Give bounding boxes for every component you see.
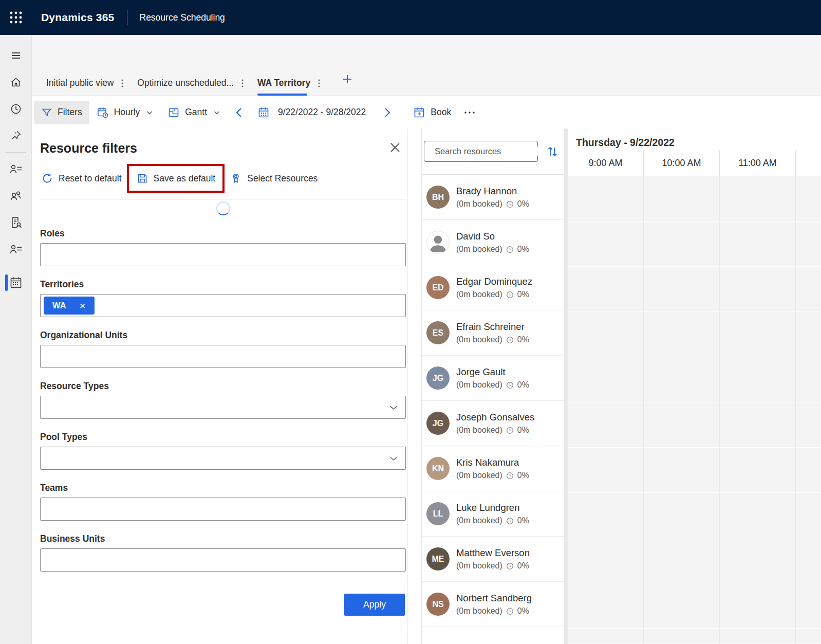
territory-chip[interactable]: WA × (44, 297, 95, 315)
business-units-input[interactable] (46, 549, 400, 571)
tab-wa-territory[interactable]: WA Territory (257, 78, 321, 96)
resource-row[interactable]: David So (0m booked) 0% (422, 220, 564, 265)
resource-row[interactable]: KN Kris Nakamura (0m booked) 0% (422, 446, 564, 491)
grid-cell[interactable] (720, 267, 796, 311)
grid-cell[interactable] (796, 583, 820, 628)
grid-cell[interactable] (720, 629, 796, 643)
grid-cell[interactable] (796, 222, 820, 266)
sidebar-item-booking-requirements[interactable] (0, 209, 31, 236)
sidebar-item-pinned[interactable] (0, 122, 31, 149)
grid-cell[interactable] (644, 583, 720, 628)
tab-initial-public-view[interactable]: Initial public view (46, 78, 124, 96)
resource-row[interactable]: BH Brady Hannon (0m booked) 0% (422, 175, 564, 220)
grid-cell[interactable] (568, 267, 644, 311)
grid-cell[interactable] (568, 176, 644, 221)
grid-cell[interactable] (568, 538, 644, 583)
grid-cell[interactable] (796, 312, 820, 357)
grid-cell[interactable] (644, 357, 720, 402)
grid-cell[interactable] (796, 629, 820, 643)
resource-search-box[interactable] (424, 141, 538, 162)
grid-cell[interactable] (720, 583, 796, 628)
more-commands-button[interactable] (458, 101, 481, 124)
gantt-dropdown[interactable]: Gantt (160, 101, 228, 124)
resource-search-input[interactable] (435, 146, 548, 156)
date-range-button[interactable]: 9/22/2022 - 9/28/2022 (250, 101, 376, 124)
grid-cell[interactable] (568, 583, 644, 628)
app-launcher-icon[interactable] (0, 11, 32, 24)
grid-cell[interactable] (720, 538, 796, 583)
grid-cell[interactable] (644, 176, 720, 221)
schedule-grid[interactable] (568, 176, 821, 644)
grid-cell[interactable] (644, 312, 720, 357)
tab-more-icon[interactable] (121, 78, 124, 88)
grid-cell[interactable] (720, 222, 796, 266)
resource-row[interactable]: LL Luke Lundgren (0m booked) 0% (422, 491, 564, 537)
grid-cell[interactable] (568, 357, 644, 402)
grid-cell[interactable] (568, 222, 644, 266)
hourly-dropdown[interactable]: Hourly (89, 101, 161, 124)
previous-dates-button[interactable] (228, 101, 250, 124)
grid-cell[interactable] (720, 448, 796, 492)
filters-button[interactable]: Filters (34, 101, 89, 124)
grid-cell[interactable] (720, 357, 796, 402)
add-tab-button[interactable] (341, 73, 353, 87)
resource-row[interactable]: ED Edgar Dominquez (0m booked) 0% (422, 265, 564, 310)
grid-cell[interactable] (644, 538, 720, 583)
sort-resources-button[interactable] (546, 145, 558, 158)
grid-cell[interactable] (796, 493, 820, 538)
territories-input[interactable] (100, 295, 400, 317)
pool-types-select[interactable] (40, 447, 406, 470)
grid-cell[interactable] (568, 629, 644, 643)
remove-territory-button[interactable]: × (80, 300, 86, 311)
roles-input[interactable] (46, 244, 400, 266)
grid-cell[interactable] (796, 402, 820, 447)
grid-cell[interactable] (796, 357, 820, 402)
app-name[interactable]: Resource Scheduling (140, 12, 225, 23)
resource-row[interactable]: JG Jorge Gault (0m booked) 0% (422, 356, 564, 401)
grid-cell[interactable] (644, 222, 720, 266)
nav-toggle-button[interactable] (0, 42, 31, 69)
reset-to-default-button[interactable]: Reset to default (40, 169, 123, 188)
tab-more-icon[interactable] (318, 78, 321, 88)
tab-more-icon[interactable] (241, 78, 244, 88)
grid-cell[interactable] (796, 448, 820, 492)
select-resources-button[interactable]: Select Resources (229, 169, 319, 188)
brand-title[interactable]: Dynamics 365 (41, 11, 115, 24)
grid-cell[interactable] (644, 493, 720, 538)
close-panel-button[interactable] (389, 142, 401, 155)
apply-button[interactable]: Apply (344, 594, 405, 616)
sidebar-item-recent[interactable] (0, 96, 31, 122)
organizational-units-input[interactable] (46, 345, 400, 367)
sidebar-item-resources[interactable] (0, 236, 31, 263)
teams-input[interactable] (46, 498, 400, 520)
resource-row[interactable]: ES Efrain Schreiner (0m booked) 0% (422, 310, 564, 356)
sidebar-item-resource-pools[interactable] (0, 182, 31, 209)
sidebar-item-schedule-board[interactable] (0, 269, 31, 296)
grid-cell[interactable] (796, 538, 820, 583)
grid-cell[interactable] (644, 402, 720, 447)
grid-cell[interactable] (644, 448, 720, 492)
grid-cell[interactable] (644, 629, 720, 643)
book-button[interactable]: Book (406, 101, 458, 124)
grid-cell[interactable] (568, 448, 644, 492)
tab-optimize-unscheduled[interactable]: Optimize unscheduled... (137, 78, 244, 96)
time-column-header-partial (796, 151, 820, 176)
resource-row[interactable]: ME Matthew Everson (0m booked) 0% (422, 537, 564, 582)
grid-cell[interactable] (568, 312, 644, 357)
resource-row[interactable]: NS Norbert Sandberg (0m booked) 0% (422, 582, 564, 627)
sidebar-item-home[interactable] (0, 69, 31, 96)
grid-cell[interactable] (720, 312, 796, 357)
resource-types-select[interactable] (40, 396, 406, 419)
grid-cell[interactable] (644, 267, 720, 311)
sidebar-item-resource-requirements[interactable] (0, 156, 31, 182)
next-dates-button[interactable] (376, 101, 399, 124)
grid-cell[interactable] (720, 176, 796, 221)
resource-row[interactable]: JG Joseph Gonsalves (0m booked) 0% (422, 401, 564, 446)
grid-cell[interactable] (720, 493, 796, 538)
grid-cell[interactable] (568, 493, 644, 538)
grid-cell[interactable] (568, 402, 644, 447)
grid-cell[interactable] (720, 402, 796, 447)
save-as-default-button[interactable]: Save as default (135, 169, 217, 188)
grid-cell[interactable] (796, 176, 820, 221)
grid-cell[interactable] (796, 267, 820, 311)
